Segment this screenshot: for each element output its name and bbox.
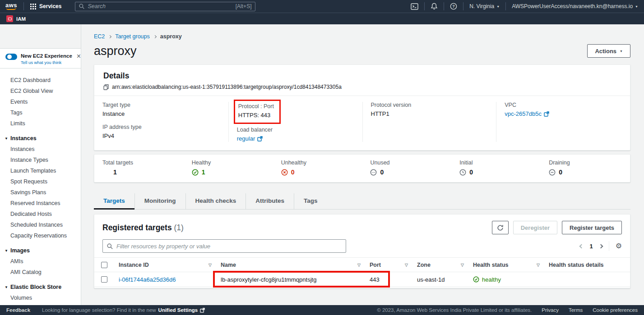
cookie-preferences-link[interactable]: Cookie preferences	[593, 307, 638, 313]
footer: Feedback Looking for language selection?…	[0, 305, 644, 315]
column-header-health-status-details[interactable]: Health status details	[544, 262, 630, 268]
load-balancer-link[interactable]: regular	[237, 135, 263, 142]
sidebar-item-limits[interactable]: Limits	[0, 118, 81, 129]
sidebar-item-savings-plans[interactable]: Savings Plans	[0, 187, 81, 198]
close-icon[interactable]: ×	[76, 52, 81, 60]
global-search[interactable]: [Alt+S]	[75, 2, 255, 11]
unified-settings-link[interactable]: Unified Settings	[158, 307, 198, 313]
sort-icon[interactable]: ▽	[357, 263, 361, 267]
field-vpc: VPC vpc-2657db5c	[505, 102, 622, 117]
external-link-icon	[200, 308, 205, 313]
services-label: Services	[39, 3, 61, 9]
search-icon	[107, 243, 113, 249]
external-link-icon	[257, 136, 263, 142]
settings-gear-icon[interactable]: ⚙	[616, 242, 622, 250]
sidebar-item-ec2-dashboard[interactable]: EC2 Dashboard	[0, 75, 81, 86]
help-button[interactable]: ?	[444, 0, 463, 13]
deregister-button[interactable]: Deregister	[513, 221, 557, 234]
sort-icon[interactable]: ▽	[405, 263, 408, 267]
actions-button[interactable]: Actions ▼	[587, 44, 630, 58]
sidebar-item-events[interactable]: Events	[0, 96, 81, 107]
account-label: AWSPowerUserAccess/navaneeth.kn@harness.…	[512, 3, 633, 9]
favorites-bar: IAM	[0, 13, 644, 24]
notifications-bell-button[interactable]	[425, 0, 444, 13]
iam-shortcut[interactable]: IAM	[6, 15, 26, 22]
iam-label: IAM	[16, 16, 26, 22]
sidebar-section-elastic-block-store[interactable]: ▼ Elastic Block Store	[0, 282, 81, 292]
sort-icon[interactable]: ▽	[537, 263, 540, 267]
row-checkbox[interactable]	[101, 276, 107, 283]
sidebar-item-ec2-global-view[interactable]: EC2 Global View	[0, 86, 81, 96]
sidebar-item-volumes[interactable]: Volumes	[0, 292, 81, 303]
sidebar-section-images[interactable]: ▼ Images	[0, 245, 81, 256]
tab-monitoring[interactable]: Monitoring	[134, 193, 185, 209]
search-input[interactable]	[88, 3, 232, 9]
field-target-type: Target type Instance	[102, 102, 220, 117]
privacy-link[interactable]: Privacy	[542, 307, 559, 313]
feedback-button[interactable]: Feedback	[0, 307, 42, 313]
sort-icon[interactable]: ▽	[461, 263, 464, 267]
target-group-arn: arn:aws:elasticloadbalancing:us-east-1:3…	[112, 84, 342, 90]
copy-icon[interactable]	[103, 84, 109, 90]
sidebar-item-scheduled-instances[interactable]: Scheduled Instances	[0, 219, 81, 230]
dots-circle-icon	[370, 169, 377, 176]
column-header-health-status[interactable]: Health status▽	[468, 262, 544, 268]
breadcrumb-target-groups[interactable]: Target groups	[115, 33, 149, 40]
sidebar-item-spot-requests[interactable]: Spot Requests	[0, 176, 81, 187]
aws-logo-text: aws	[5, 3, 17, 8]
triangle-down-icon: ▼	[5, 285, 8, 289]
column-header-instance-id[interactable]: Instance ID▽	[114, 262, 216, 268]
next-page-icon[interactable]	[598, 244, 603, 248]
sidebar-item-reserved-instances[interactable]: Reserved Instances	[0, 198, 81, 209]
account-menu[interactable]: AWSPowerUserAccess/navaneeth.kn@harness.…	[506, 0, 644, 13]
sidebar-item-amis[interactable]: AMIs	[0, 256, 81, 267]
chevron-down-icon: ▼	[620, 50, 623, 53]
refresh-button[interactable]	[492, 221, 509, 234]
services-menu-button[interactable]: Services	[24, 0, 68, 13]
toggle-knob	[7, 55, 12, 59]
select-all-checkbox[interactable]	[101, 262, 107, 268]
sidebar-item-tags[interactable]: Tags	[0, 107, 81, 118]
sidebar-section-instances[interactable]: ▼ Instances	[0, 133, 81, 144]
tab-targets[interactable]: Targets	[94, 193, 134, 209]
column-header-name[interactable]: Name▽	[216, 262, 365, 268]
tab-health-checks[interactable]: Health checks	[185, 193, 246, 209]
region-selector[interactable]: N. Virginia ▼	[463, 0, 505, 13]
sidebar-item-ami-catalog[interactable]: AMI Catalog	[0, 267, 81, 278]
vpc-link[interactable]: vpc-2657db5c	[505, 110, 549, 117]
sidebar-item-instances[interactable]: Instances	[0, 144, 81, 155]
new-experience-toggle[interactable]	[5, 54, 17, 60]
targets-filter[interactable]	[102, 239, 346, 253]
tab-tags[interactable]: Tags	[294, 193, 327, 209]
sort-icon[interactable]: ▽	[208, 263, 212, 267]
sidebar-item-dedicated-hosts[interactable]: Dedicated Hosts	[0, 209, 81, 219]
sidebar-menu: EC2 Dashboard EC2 Global View Events Tag…	[0, 68, 81, 305]
cloudshell-button[interactable]	[405, 0, 424, 13]
chevron-down-icon: ▼	[496, 5, 500, 8]
new-experience-panel: New EC2 Experience Tell us what you thin…	[0, 48, 81, 68]
sidebar-item-capacity-reservations[interactable]: Capacity Reservations	[0, 230, 81, 241]
pagination: 1 ⚙	[580, 241, 622, 251]
triangle-down-icon: ▼	[5, 249, 8, 253]
register-targets-button[interactable]: Register targets	[562, 221, 622, 234]
column-header-zone[interactable]: Zone▽	[412, 262, 468, 268]
feedback-link[interactable]: Tell us what you think	[21, 60, 72, 65]
sidebar-item-instance-types[interactable]: Instance Types	[0, 155, 81, 165]
breadcrumb-ec2[interactable]: EC2	[94, 33, 105, 40]
target-zone-cell: us-east-1d	[412, 276, 468, 283]
field-load-balancer: Load balancer regular	[237, 127, 354, 142]
column-header-port[interactable]: Port▽	[365, 262, 412, 268]
tab-attributes[interactable]: Attributes	[246, 193, 294, 209]
instance-id-link[interactable]: i-06f1744a6a25d36d6	[119, 276, 176, 283]
previous-page-icon[interactable]	[579, 244, 584, 248]
search-shortcut: [Alt+S]	[236, 3, 252, 9]
details-heading: Details	[103, 71, 621, 81]
page-number[interactable]: 1	[589, 243, 593, 250]
targets-filter-input[interactable]	[116, 243, 342, 250]
stat-total-targets: Total targets 1	[94, 160, 184, 176]
breadcrumb-current: asproxy	[160, 33, 182, 40]
terms-link[interactable]: Terms	[569, 307, 583, 313]
sidebar-item-launch-templates[interactable]: Launch Templates	[0, 165, 81, 176]
services-grid-icon	[30, 4, 36, 9]
aws-logo[interactable]: aws	[5, 3, 17, 10]
